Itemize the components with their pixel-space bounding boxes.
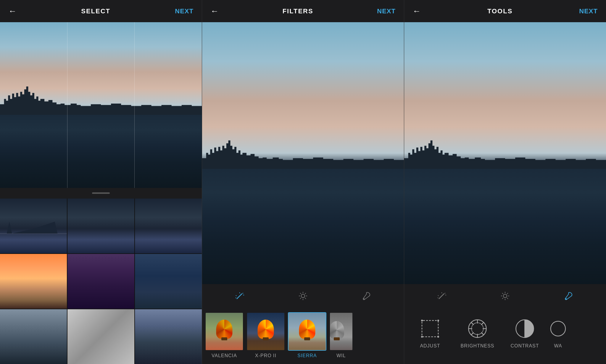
svg-line-30 <box>507 298 508 299</box>
photo-cell-purple1[interactable] <box>67 254 134 309</box>
tools-main-image <box>404 22 606 284</box>
svg-line-0 <box>237 294 241 299</box>
scroll-pill <box>92 192 110 194</box>
svg-point-24 <box>503 294 507 298</box>
svg-line-15 <box>300 298 301 299</box>
photo-cell-city2[interactable] <box>135 309 202 364</box>
filters-title: FILTERS <box>283 7 313 15</box>
brightness-button[interactable] <box>296 289 310 303</box>
filter-willow-label: WIL <box>336 353 346 358</box>
svg-point-35 <box>421 320 423 321</box>
select-panel: ← SELECT NEXT <box>0 0 202 364</box>
svg-line-23 <box>438 298 438 298</box>
photo-cell-water1[interactable] <box>135 254 202 309</box>
svg-line-17 <box>439 294 444 299</box>
tools-title: TOOLS <box>487 7 512 15</box>
filter-strip: VALENCIA X-PRO II SIERRA <box>202 308 404 364</box>
tool-contrast[interactable]: CONTRAST <box>502 312 548 349</box>
filters-panel: ← FILTERS NEXT <box>202 0 404 364</box>
svg-line-5 <box>236 295 236 296</box>
filters-image-area <box>202 22 404 284</box>
tool-adjust-label: ADJUST <box>420 343 440 349</box>
photo-cell-bridge1[interactable] <box>0 199 67 253</box>
filters-next-button[interactable]: NEXT <box>377 7 396 15</box>
scroll-handle[interactable] <box>0 188 202 199</box>
svg-line-14 <box>305 293 306 294</box>
grid-line-1 <box>67 22 67 188</box>
photo-cell-plain1[interactable] <box>67 309 134 364</box>
sun-button-tools[interactable] <box>498 289 512 303</box>
photo-cell-sunset1[interactable] <box>0 254 67 309</box>
filter-willow[interactable]: WIL <box>329 312 353 358</box>
tool-contrast-label: CONTRAST <box>511 343 539 349</box>
tool-adjust-icon <box>418 317 442 340</box>
svg-point-36 <box>437 320 439 321</box>
svg-line-6 <box>236 298 236 298</box>
photo-cell-city1[interactable] <box>0 309 67 364</box>
select-title: SELECT <box>81 7 110 15</box>
tool-warmth-icon <box>549 317 567 340</box>
svg-point-33 <box>565 298 567 299</box>
svg-point-37 <box>421 336 423 338</box>
filter-xpro[interactable]: X-PRO II <box>246 312 285 358</box>
svg-line-45 <box>471 322 474 325</box>
select-back-button[interactable]: ← <box>8 7 17 16</box>
svg-line-32 <box>502 298 503 299</box>
filters-toolbar <box>202 284 404 308</box>
svg-point-7 <box>301 294 305 298</box>
tool-warmth-label: WA <box>554 343 562 349</box>
svg-rect-34 <box>422 320 438 337</box>
select-next-button[interactable]: NEXT <box>175 7 194 15</box>
select-grid-lines <box>0 22 202 188</box>
tools-panel: ← TOOLS NEXT <box>404 0 606 364</box>
photo-cell-bridge2[interactable] <box>67 199 134 253</box>
svg-line-22 <box>438 295 439 296</box>
select-main-image <box>0 22 202 188</box>
filters-header: ← FILTERS NEXT <box>202 0 404 22</box>
svg-point-16 <box>363 298 365 299</box>
tool-adjust[interactable]: ADJUST <box>407 312 453 349</box>
tools-button-filters[interactable] <box>359 289 374 303</box>
filter-valencia-label: VALENCIA <box>212 353 237 358</box>
tools-strip: ADJUST BRIGHTNE <box>404 308 606 364</box>
tools-next-button[interactable]: NEXT <box>579 7 598 15</box>
filter-willow-thumb <box>329 312 353 351</box>
tool-brightness-icon <box>466 317 489 340</box>
filters-back-button[interactable]: ← <box>210 7 219 16</box>
wrench-button-tools[interactable] <box>561 289 576 303</box>
filter-sierra[interactable]: SIERRA <box>288 312 326 358</box>
svg-line-46 <box>481 332 484 335</box>
select-header: ← SELECT NEXT <box>0 0 202 22</box>
filter-xpro-label: X-PRO II <box>255 353 276 358</box>
svg-line-12 <box>300 293 301 294</box>
tool-brightness-label: BRIGHTNESS <box>460 343 494 349</box>
photo-grid <box>0 199 202 364</box>
svg-line-13 <box>305 298 306 299</box>
svg-line-31 <box>507 293 508 294</box>
magic-wand-button-tools[interactable] <box>434 289 449 303</box>
filter-valencia-thumb <box>205 312 244 351</box>
svg-point-38 <box>437 336 439 338</box>
svg-line-47 <box>481 322 484 325</box>
photo-cell-bridge3[interactable] <box>135 199 202 253</box>
tool-brightness[interactable]: BRIGHTNESS <box>454 312 500 349</box>
tools-toolbar <box>404 284 606 308</box>
filter-xpro-thumb <box>246 312 285 351</box>
svg-line-29 <box>502 293 503 294</box>
filter-sierra-label: SIERRA <box>297 353 317 358</box>
tools-back-button[interactable]: ← <box>412 7 421 16</box>
svg-line-3 <box>242 293 243 294</box>
magic-wand-button[interactable] <box>232 289 247 303</box>
tools-header: ← TOOLS NEXT <box>404 0 606 22</box>
tools-image-area <box>404 22 606 284</box>
tool-contrast-icon <box>513 317 537 340</box>
svg-line-20 <box>444 293 445 294</box>
grid-line-2 <box>134 22 135 188</box>
svg-line-48 <box>471 332 474 335</box>
tool-warmth[interactable]: WA <box>549 312 567 349</box>
filter-sierra-thumb <box>288 312 326 351</box>
select-image-area <box>0 22 202 188</box>
filter-valencia[interactable]: VALENCIA <box>205 312 244 358</box>
svg-point-51 <box>551 321 565 336</box>
filters-main-image <box>202 22 404 284</box>
